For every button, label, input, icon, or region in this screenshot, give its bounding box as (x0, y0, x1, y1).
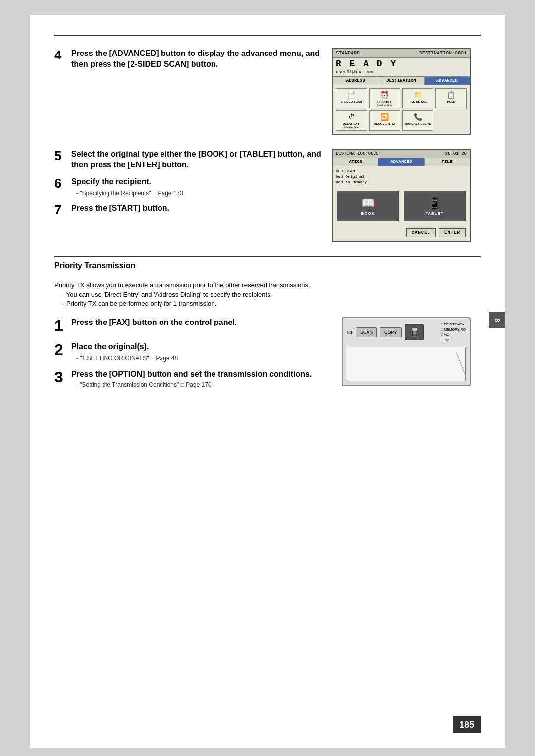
lcd2-header: DESTINATION:0000 28.01.20 (333, 150, 470, 158)
step5-content: Select the original type either the [BOO… (71, 149, 322, 171)
page-number: 185 (453, 716, 481, 733)
section-steps567: 5 Select the original type either the [B… (54, 149, 481, 243)
step5-number: 5 (54, 149, 66, 163)
svg-line-0 (456, 352, 465, 377)
panel-top-row: NG SCAN COPY 📠 □ PRINT DATA □ MEMORY RO … (347, 322, 466, 343)
step4: 4 Press the [ADVANCED] button to display… (54, 48, 322, 70)
step6-content: Specify the recipient. - "Specifying the… (71, 176, 322, 196)
lcd2-header-right: 28.01.20 (445, 151, 467, 156)
lcd1-ready: R E A D Y (333, 58, 470, 70)
lower-step3-number: 3 (54, 369, 66, 386)
lcd2-actions: CANCEL ENTER (333, 225, 470, 241)
tablet-icon: 📱 (407, 197, 463, 210)
lcd1-btn-2sided[interactable]: 📄 2-SIDED SCAN (336, 88, 367, 108)
lower-step1: 1 Press the [FAX] button on the control … (54, 317, 332, 334)
lcd1-header-right: DESTINATION:0001 (419, 51, 467, 56)
two-sided-scan-icon: 📄 (347, 91, 356, 99)
delayed-icon: ⏱ (348, 113, 355, 121)
fax-icon: 📠 (409, 328, 419, 337)
panel-keypad-svg (347, 347, 465, 382)
priority-bullet1: - You can use 'Direct Entry' and 'Addres… (54, 291, 481, 298)
step7: 7 Press the [START] button. (54, 203, 322, 217)
step4-number: 4 (54, 48, 66, 62)
panel-scan-btn[interactable]: SCAN (356, 327, 377, 337)
lcd2-status: DED SCAN hed Original ned to Memory (333, 166, 470, 187)
lower-step2-title: Place the original(s). (71, 341, 332, 352)
lcd2-container: DESTINATION:0000 28.01.20 ATION ADVANCED… (332, 149, 481, 243)
lcd1-btn-poll[interactable]: 📋 POLL (435, 88, 467, 108)
step7-title: Press the [START] button. (71, 203, 322, 214)
lcd1-tab-address[interactable]: ADDRESS (333, 77, 378, 85)
memory-ro-label: □ MEMORY RO (441, 327, 466, 333)
steps567-text: 5 Select the original type either the [B… (54, 149, 322, 243)
lcd1-header: STANDARD DESTINATION:0001 (333, 49, 470, 58)
step4-title: Press the [ADVANCED] button to display t… (71, 48, 322, 70)
enter-button[interactable]: ENTER (439, 228, 466, 237)
lower-step1-title: Press the [FAX] button on the control pa… (71, 317, 332, 328)
step5: 5 Select the original type either the [B… (54, 149, 322, 171)
lcd1-btn-delayed[interactable]: ⏱ DELAYED T- RESERVE (336, 110, 367, 131)
cancel-button[interactable]: CANCEL (406, 228, 436, 237)
lcd2-tabs: ATION ADVANCED FILE (333, 158, 470, 166)
lcd2-tab-file[interactable]: FILE (425, 158, 470, 166)
manual-receive-icon: 📞 (414, 113, 422, 121)
lcd2-tab-advanced[interactable]: ADVANCED (378, 158, 424, 166)
lcd2-icon-buttons: 📖 BOOK 📱 TABLET (333, 187, 470, 225)
panel-right-labels: □ PRINT DATA □ MEMORY RO □ %1 □ %2 (441, 322, 466, 343)
lower-step1-content: Press the [FAX] button on the control pa… (71, 317, 332, 328)
lcd2-status-line2: hed Original (336, 174, 467, 179)
lcd2-status-line1: DED SCAN (336, 168, 467, 174)
lcd1-btn-manual[interactable]: 📞 MANUAL RECEIVE (402, 110, 433, 131)
priority-reserve-icon: ⏰ (380, 91, 389, 99)
top-rule (54, 35, 481, 36)
lcd1-btn-file-resue[interactable]: 📁 FILE RE-SUE (402, 88, 433, 108)
book-button[interactable]: 📖 BOOK (337, 191, 399, 221)
lcd2: DESTINATION:0000 28.01.20 ATION ADVANCED… (332, 149, 471, 243)
print-data-label: □ PRINT DATA (441, 322, 466, 327)
panel-copy-btn[interactable]: COPY (380, 327, 402, 337)
lower-step2-number: 2 (54, 341, 66, 359)
page: 4 Press the [ADVANCED] button to display… (30, 15, 505, 748)
step7-content: Press the [START] button. (71, 203, 322, 214)
step6-number: 6 (54, 176, 66, 191)
lcd1-btn-priority[interactable]: ⏰ PRIORITY RESERVE (369, 88, 400, 108)
lcd1-buttons: 📄 2-SIDED SCAN ⏰ PRIORITY RESERVE 📁 FILE… (333, 85, 470, 134)
lcd2-tab-ation[interactable]: ATION (333, 158, 378, 166)
poll-icon: 📋 (447, 91, 455, 99)
step6-note: - "Specifying the Recipients" □ Page 173 (71, 190, 322, 197)
lcd1: STANDARD DESTINATION:0001 R E A D Y user… (332, 48, 471, 135)
step7-number: 7 (54, 203, 66, 217)
control-panel: NG SCAN COPY 📠 □ PRINT DATA □ MEMORY RO … (342, 317, 471, 386)
priority-top-rule (54, 256, 481, 257)
lcd2-header-left: DESTINATION:0000 (336, 151, 378, 156)
tablet-button[interactable]: 📱 TABLET (404, 191, 466, 221)
label-1: □ %1 (441, 332, 466, 338)
lcd1-container: STANDARD DESTINATION:0001 R E A D Y user… (332, 48, 481, 135)
priority-bullet2: - Priority TX can be performed only for … (54, 300, 481, 307)
lower-step3-title: Press the [OPTION] button and set the tr… (71, 369, 332, 379)
panel-fax-btn[interactable]: 📠 (405, 324, 424, 340)
lcd1-tab-destination[interactable]: DESTINATION (378, 77, 424, 85)
lower-step2-content: Place the original(s). - "1.SETTING ORIG… (71, 341, 332, 361)
step6-title: Specify the recipient. (71, 176, 322, 187)
lcd1-user: user01@aaa.com (333, 70, 470, 76)
lower-section: 1 Press the [FAX] button on the control … (54, 317, 481, 394)
step6: 6 Specify the recipient. - "Specifying t… (54, 176, 322, 196)
panel-bottom-area (347, 347, 466, 381)
priority-desc: Priority TX allows you to execute a tran… (54, 281, 481, 289)
lower-step3-note: - "Setting the Transmission Conditions" … (71, 381, 332, 388)
step4-text: 4 Press the [ADVANCED] button to display… (54, 48, 322, 135)
panel-ng-label: NG (347, 330, 353, 335)
lower-step1-number: 1 (54, 317, 66, 334)
file-resue-icon: 📁 (414, 91, 422, 99)
lower-step3: 3 Press the [OPTION] button and set the … (54, 369, 332, 388)
lower-step2: 2 Place the original(s). - "1.SETTING OR… (54, 341, 332, 361)
lcd2-status-line3: ned to Memory (336, 179, 467, 185)
priority-bottom-rule (54, 273, 481, 273)
lcd1-tabs: ADDRESS DESTINATION ADVANCED (333, 76, 470, 85)
priority-title: Priority Transmission (54, 261, 481, 270)
lcd1-tab-advanced[interactable]: ADVANCED (425, 77, 470, 85)
lower-step3-content: Press the [OPTION] button and set the tr… (71, 369, 332, 388)
label-2: □ %2 (441, 338, 466, 343)
lcd1-btn-recovery[interactable]: 🔁 RECOVERY TX (369, 110, 400, 131)
